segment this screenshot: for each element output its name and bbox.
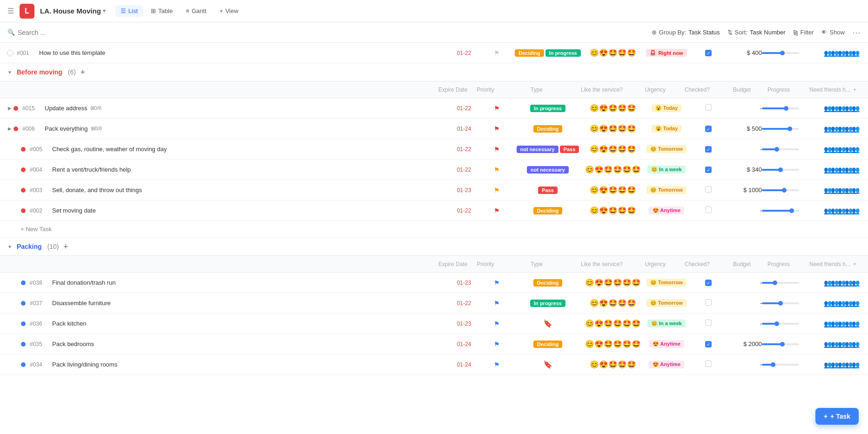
type-cell[interactable]: not necessary	[511, 166, 585, 174]
checked-cell[interactable]	[692, 361, 725, 368]
progress-cell[interactable]	[762, 343, 818, 345]
progress-cell[interactable]	[762, 128, 818, 130]
checkbox[interactable]: ✓	[705, 167, 712, 173]
progress-cell[interactable]	[762, 302, 818, 304]
checkbox[interactable]	[705, 186, 712, 193]
progress-cell[interactable]	[762, 169, 818, 171]
col-add-icon[interactable]: +	[853, 261, 864, 267]
urgency-cell[interactable]: 😊 In a week	[641, 320, 692, 327]
progress-cell[interactable]	[762, 52, 818, 54]
type-cell[interactable]: not necessary Pass	[511, 146, 585, 153]
task-name[interactable]: How to use this template	[39, 49, 445, 56]
progress-cell[interactable]	[762, 148, 818, 150]
progress-cell[interactable]	[762, 364, 818, 366]
sort-control[interactable]: ⇅ Sort: Task Number	[727, 29, 786, 36]
priority-flag[interactable]: ⚑	[483, 105, 511, 112]
priority-cell[interactable]: ⚑	[483, 49, 511, 57]
priority-flag[interactable]: ⚑	[483, 279, 511, 287]
checkbox[interactable]	[705, 299, 712, 306]
group-by-control[interactable]: ⊛ Group By: Task Status	[652, 29, 720, 36]
table-view-btn[interactable]: ⊞ Table	[145, 5, 178, 17]
type-cell[interactable]: 🔖	[511, 319, 585, 328]
urgency-cell[interactable]: 😊 Tomorrow	[641, 145, 692, 153]
type-cell[interactable]: Deciding	[511, 207, 585, 214]
gantt-view-btn[interactable]: ≡ Gantt	[180, 5, 212, 17]
checked-cell[interactable]	[692, 186, 725, 194]
priority-flag[interactable]: ⚑	[483, 125, 511, 133]
checkbox[interactable]: ✓	[705, 280, 712, 286]
type-cell[interactable]: Deciding	[511, 125, 585, 133]
task-name[interactable]: Pack everything ⊞0/8	[45, 125, 445, 132]
checkbox[interactable]: ✓	[705, 146, 712, 153]
urgency-cell[interactable]: 😍 Anytime	[641, 340, 692, 348]
priority-flag[interactable]: ⚑	[483, 361, 511, 368]
progress-cell[interactable]	[762, 189, 818, 191]
checked-cell[interactable]: ✓	[692, 125, 725, 133]
task-name[interactable]: Pack kitchen	[52, 320, 445, 327]
checkbox[interactable]: ✓	[705, 50, 712, 56]
new-task-btn-before[interactable]: + New Task	[0, 221, 868, 238]
checkbox[interactable]	[705, 320, 712, 326]
checked-cell[interactable]: ✓	[692, 279, 725, 287]
checked-cell[interactable]: ✓	[692, 49, 725, 57]
urgency-cell[interactable]: 😊 Tomorrow	[641, 299, 692, 307]
task-name[interactable]: Sell, donate, and throw out things	[52, 187, 445, 194]
priority-flag[interactable]: ⚑	[483, 187, 511, 194]
group-add-btn[interactable]: +	[63, 242, 67, 251]
task-name[interactable]: Rent a vent/truck/friends help	[52, 166, 445, 173]
filter-control[interactable]: ⧎ Filter	[793, 29, 814, 36]
checked-cell[interactable]: ✓	[692, 341, 725, 348]
show-control[interactable]: 👁 Show	[821, 29, 845, 36]
task-name[interactable]: Check gas, routine, weather of moving da…	[52, 146, 445, 153]
priority-flag[interactable]: ⚑	[483, 320, 511, 327]
checkbox[interactable]	[705, 207, 712, 213]
urgency-cell[interactable]: 😊 Tomorrow	[641, 279, 692, 287]
urgency-cell[interactable]: 😍 Anytime	[641, 361, 692, 368]
checkbox[interactable]	[705, 104, 712, 111]
task-name[interactable]: Disassemble furniture	[52, 300, 445, 307]
checkbox[interactable]: ✓	[705, 126, 712, 132]
priority-flag[interactable]: ⚑	[483, 300, 511, 307]
checked-cell[interactable]: ✓	[692, 146, 725, 153]
task-name[interactable]: Pack living/dining rooms	[52, 361, 445, 368]
group-toggle-icon[interactable]: ▼	[7, 70, 12, 75]
task-name[interactable]: Update address ⊞0/6	[45, 105, 445, 112]
task-name[interactable]: Set moving date	[52, 207, 445, 214]
progress-cell[interactable]	[762, 323, 818, 325]
progress-cell[interactable]	[762, 107, 818, 109]
type-cell[interactable]: In progress	[511, 105, 585, 112]
checkbox[interactable]: ✓	[705, 341, 712, 347]
checked-cell[interactable]: ✓	[692, 166, 725, 174]
menu-icon[interactable]: ☰	[7, 7, 14, 15]
progress-cell[interactable]	[762, 282, 818, 284]
task-name[interactable]: Final donation/trash run	[52, 279, 445, 286]
col-add-icon[interactable]: +	[853, 87, 864, 93]
row-selector[interactable]	[7, 50, 13, 56]
urgency-cell[interactable]: 😮 Today	[641, 104, 692, 112]
checked-cell[interactable]	[692, 320, 725, 327]
priority-flag[interactable]: ⚑	[483, 341, 511, 348]
priority-flag[interactable]: ⚑	[483, 146, 511, 153]
type-cell[interactable]: Pass	[511, 187, 585, 194]
urgency-cell[interactable]: 😍 Anytime	[641, 207, 692, 214]
title-chevron-icon[interactable]: ▾	[103, 8, 106, 14]
priority-flag[interactable]: ⚑	[483, 166, 511, 174]
type-cell[interactable]: 🔖	[511, 360, 585, 369]
add-view-btn[interactable]: + View	[214, 5, 244, 17]
add-task-fab[interactable]: + + Task	[815, 408, 859, 425]
type-cell[interactable]: Deciding	[511, 279, 585, 287]
group-add-btn[interactable]: +	[81, 68, 85, 76]
type-cell[interactable]: Deciding	[511, 341, 585, 348]
checked-cell[interactable]	[692, 299, 725, 307]
progress-cell[interactable]	[762, 210, 818, 212]
more-options-icon[interactable]: ⋯	[852, 27, 861, 38]
search-input[interactable]	[18, 29, 157, 36]
checked-cell[interactable]	[692, 104, 725, 112]
list-view-btn[interactable]: ☰ List	[115, 5, 143, 17]
urgency-cell[interactable]: 😮 Today	[641, 125, 692, 133]
checked-cell[interactable]	[692, 207, 725, 214]
group-toggle-icon[interactable]: ▼	[7, 244, 12, 249]
type-cell[interactable]: In progress	[511, 300, 585, 307]
task-name[interactable]: Pack bedrooms	[52, 341, 445, 347]
checkbox[interactable]	[705, 361, 712, 367]
